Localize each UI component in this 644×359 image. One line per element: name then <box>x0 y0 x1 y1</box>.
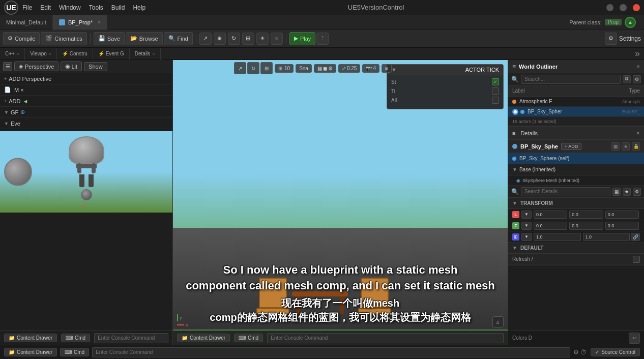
rot-x-val[interactable]: 0.0 <box>534 222 567 230</box>
menu-window[interactable]: Window <box>59 4 81 11</box>
rot-z-val[interactable]: 0.0 <box>605 222 639 230</box>
details-grid-view-icon[interactable]: ▦ <box>612 188 621 196</box>
details-grid-icon[interactable]: ▦ <box>611 142 620 151</box>
location-dropdown[interactable]: ▼ <box>521 211 532 219</box>
content-drawer-btn-global[interactable]: 📁 Content Drawer <box>4 348 57 356</box>
loc-y-val[interactable]: 0.0 <box>569 211 603 219</box>
skyspheremesh-item[interactable]: ◉ SkySphere Mesh (Inherited) <box>508 175 644 186</box>
sub-tab-cpp-close[interactable]: × <box>17 51 19 56</box>
world-outliner-close-icon[interactable]: × <box>636 63 640 70</box>
show-btn[interactable]: Show <box>84 62 107 71</box>
scale-dropdown[interactable]: ▼ <box>521 233 532 241</box>
lit-btn[interactable]: ◉ Lit <box>61 62 82 71</box>
find-button[interactable]: 🔍 Find <box>164 32 193 45</box>
outliner-settings-icon[interactable]: ⚙ <box>633 75 641 83</box>
console-input-vp[interactable] <box>267 333 504 343</box>
mode-icon-2[interactable]: ⊕ <box>214 33 226 45</box>
vp-more-icon[interactable]: ≡ <box>382 64 392 73</box>
tree-item-add[interactable]: + ADD ◄ <box>0 96 172 107</box>
cmd-btn-vp[interactable]: ⌨ Cmd <box>234 334 263 342</box>
compile-button[interactable]: ⚙ Compile <box>3 32 40 45</box>
vp-snap-control[interactable]: Sna <box>296 64 312 73</box>
loc-x-val[interactable]: 0.0 <box>534 211 567 219</box>
sub-tab-details[interactable]: Details × <box>130 48 161 60</box>
tree-item-gf[interactable]: ▼ GF ⊕ <box>0 107 172 118</box>
tick-start-checkbox[interactable]: ✓ <box>492 78 499 85</box>
sub-tab-viewport[interactable]: Viewpo × <box>25 48 57 60</box>
vp-layout-control[interactable]: ▦ ◼ ⚙ <box>314 64 336 73</box>
details-lock-icon[interactable]: 🔒 <box>632 142 640 151</box>
tick-allow-checkbox[interactable] <box>492 97 499 104</box>
details-add-button[interactable]: + ADD <box>561 143 581 150</box>
minimal-default-tab[interactable]: Minimal_Default <box>0 15 53 29</box>
tree-item-eve[interactable]: ▼ Eve <box>0 118 172 129</box>
scale-y-val[interactable]: 1.0 <box>583 233 630 241</box>
cmd-btn-global[interactable]: ⌨ Cmd <box>60 348 89 356</box>
mode-icon-5[interactable]: ☀ <box>256 33 269 45</box>
cinematics-button[interactable]: 🎬 Cinematics <box>41 32 86 45</box>
menu-build[interactable]: Build <box>111 4 125 11</box>
menu-help[interactable]: Help <box>133 4 145 11</box>
outliner-search-input[interactable] <box>521 75 621 84</box>
transform-section-header[interactable]: ▼ TRANSFORM <box>508 198 644 209</box>
details-star-icon[interactable]: ★ <box>622 142 630 151</box>
viewport-area[interactable]: ▼ ACTOR TICK St ✓ Ti All <box>173 60 508 345</box>
sub-tab-eventgraph[interactable]: ⚡ Event G <box>93 48 130 60</box>
minimize-button[interactable] <box>606 4 613 11</box>
vp-home-icon[interactable]: ⌂ <box>492 316 504 327</box>
menu-edit[interactable]: Edit <box>40 4 51 11</box>
expand-icon[interactable]: » <box>635 48 640 59</box>
base-inherited-item[interactable]: ▼ Base (Inherited) <box>508 164 644 175</box>
vp-grid-control[interactable]: ⊞ 10 <box>275 64 294 73</box>
mode-icon-1[interactable]: ↗ <box>199 33 212 45</box>
mode-icon-3[interactable]: ↻ <box>228 33 240 45</box>
vp-scale-display[interactable]: ⤢ 0.25 <box>338 64 360 73</box>
play-button[interactable]: ▶ Play <box>289 32 315 45</box>
perspective-btn[interactable]: ◈ Perspective <box>14 62 58 71</box>
source-control-btn[interactable]: ✓ Source Control <box>591 348 640 356</box>
vp-camera-control[interactable]: 📷 4 <box>362 64 379 73</box>
content-drawer-btn-left[interactable]: 📁 Content Drawer <box>4 334 57 342</box>
rotation-dropdown[interactable]: ▼ <box>521 222 532 230</box>
scale-x-val[interactable]: 1.0 <box>534 233 581 241</box>
loc-z-val[interactable]: 0.0 <box>605 211 639 219</box>
default-section-header[interactable]: ▼ DEFAULT <box>508 243 644 254</box>
scale-lock-icon[interactable]: 🔗 <box>631 233 640 241</box>
outliner-item-bp-sky[interactable]: BP_Sky_Spher Edit BP_ <box>508 107 644 117</box>
close-button[interactable] <box>633 4 640 11</box>
tick-interval-checkbox[interactable] <box>492 87 499 95</box>
details-close-icon[interactable]: × <box>636 130 640 137</box>
console-input-global[interactable] <box>92 347 570 357</box>
sub-tab-construct[interactable]: ⚡ Constru <box>57 48 93 60</box>
maximize-button[interactable] <box>620 4 627 11</box>
tree-item-m[interactable]: 📄 M × <box>0 84 172 96</box>
outliner-filter-icon[interactable]: ⧉ <box>623 75 631 83</box>
menu-tools[interactable]: Tools <box>89 4 103 11</box>
cmd-btn-left[interactable]: ⌨ Cmd <box>61 334 90 342</box>
bp-tab-close-icon[interactable]: × <box>98 19 101 25</box>
content-drawer-btn-vp[interactable]: 📁 Content Drawer <box>177 334 230 342</box>
save-button[interactable]: 💾 Save <box>94 32 125 45</box>
menu-file[interactable]: File <box>22 4 32 11</box>
rot-y-val[interactable]: 0.0 <box>569 222 603 230</box>
bp-prop-tab[interactable]: BP_Prop* × <box>53 15 107 29</box>
details-selected-item[interactable]: BP_Sky_Sphere (self) <box>508 153 644 164</box>
browse-button[interactable]: 📂 Browse <box>126 32 163 45</box>
sub-tab-cpp[interactable]: C++ × <box>0 48 25 60</box>
details-more-icon[interactable]: ⚙ <box>633 188 641 196</box>
mode-icon-6[interactable]: ≡ <box>271 33 283 45</box>
vp-icon-arrow[interactable]: ↗ <box>234 62 246 74</box>
details-filter-icon[interactable]: ★ <box>623 188 631 196</box>
undo-icon[interactable]: ↩ <box>629 333 640 344</box>
console-input-left[interactable] <box>94 333 168 343</box>
details-search-input[interactable] <box>521 187 610 196</box>
sub-tab-viewport-close[interactable]: × <box>49 51 51 56</box>
outliner-eye-icon[interactable] <box>512 109 518 115</box>
parent-class-icon[interactable]: ▲ <box>625 17 636 28</box>
left-panel-icon[interactable]: ☰ <box>3 62 12 71</box>
refresh-checkbox[interactable] <box>633 256 640 263</box>
add-perspective-item[interactable]: + ADD Perspective <box>0 73 172 84</box>
mode-icon-4[interactable]: ⊞ <box>242 33 254 45</box>
settings-icon[interactable]: ⚙ <box>605 33 617 45</box>
sub-tab-details-close[interactable]: × <box>152 51 155 56</box>
